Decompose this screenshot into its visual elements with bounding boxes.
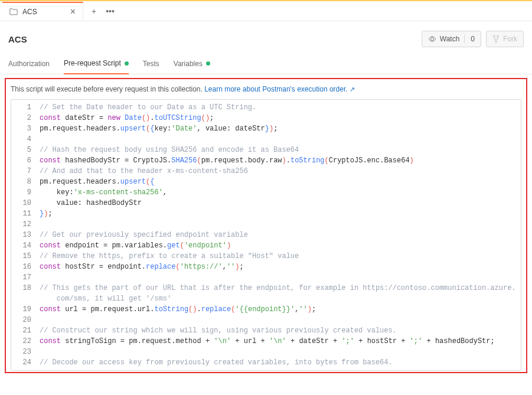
add-tab-button[interactable]: +	[92, 6, 96, 16]
eye-icon	[428, 36, 436, 42]
watch-count: 0	[464, 35, 475, 43]
tab-label: ACS	[22, 8, 37, 16]
folder-icon	[9, 8, 18, 16]
content-highlight: This script will execute before every re…	[5, 78, 527, 373]
tab-variables[interactable]: Variables	[174, 56, 210, 74]
tab-authorization[interactable]: Authorization	[8, 56, 50, 74]
main-tabs: Authorization Pre-request Script Tests V…	[0, 56, 532, 74]
tab-options-button[interactable]: •••	[106, 6, 115, 16]
info-bar: This script will execute before every re…	[6, 79, 526, 99]
collection-title: ACS	[8, 34, 27, 44]
fork-label: Fork	[503, 35, 517, 43]
close-icon[interactable]: ×	[70, 6, 76, 17]
status-dot-icon	[125, 61, 129, 66]
tab-prerequest[interactable]: Pre-request Script	[64, 56, 129, 74]
svg-point-1	[497, 35, 499, 37]
tab-bar: ACS × + •••	[0, 1, 532, 21]
info-link[interactable]: Learn more about Postman's execution ord…	[204, 85, 347, 93]
code-body[interactable]: // Set the Date header to our Date as a …	[37, 100, 521, 370]
fork-button[interactable]: Fork	[486, 31, 524, 47]
info-text: This script will execute before every re…	[11, 85, 204, 93]
tab-acs[interactable]: ACS ×	[2, 2, 83, 21]
title-row: ACS Watch 0 Fork	[0, 21, 532, 56]
svg-point-0	[494, 35, 495, 37]
tab-tests[interactable]: Tests	[143, 56, 159, 74]
line-numbers: 123456789101112131415161718 192021222324	[11, 100, 37, 370]
fork-icon	[492, 35, 500, 43]
external-link-icon: ↗	[350, 86, 355, 93]
status-dot-icon	[206, 61, 210, 66]
watch-button[interactable]: Watch 0	[422, 31, 481, 47]
watch-label: Watch	[440, 35, 460, 43]
svg-point-2	[495, 41, 497, 43]
code-editor[interactable]: 123456789101112131415161718 192021222324…	[11, 99, 521, 371]
